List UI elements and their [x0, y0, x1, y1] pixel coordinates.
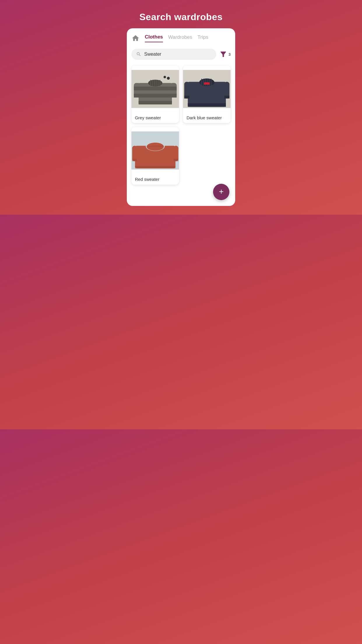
svg-rect-3 — [138, 94, 172, 97]
clothes-card-red-sweater[interactable]: Red sweater — [131, 127, 179, 185]
filter-button[interactable]: 3 — [219, 50, 231, 58]
clothes-card-image — [131, 127, 179, 174]
clothes-card-label: Grey sweater — [131, 112, 179, 123]
svg-rect-17 — [170, 87, 177, 90]
svg-rect-43 — [132, 159, 137, 161]
svg-rect-2 — [138, 87, 172, 90]
svg-rect-19 — [170, 94, 177, 97]
tab-trips[interactable]: Trips — [198, 34, 208, 42]
tab-clothes[interactable]: Clothes — [145, 34, 163, 42]
filter-icon — [219, 50, 227, 58]
svg-rect-18 — [134, 94, 140, 97]
home-icon — [131, 34, 140, 42]
filter-count: 3 — [229, 52, 231, 57]
dark-blue-sweater-image — [183, 66, 231, 112]
nav-tabs: Clothes Wardrobes Trips — [131, 34, 231, 43]
add-button[interactable]: + — [213, 184, 229, 200]
search-bar[interactable] — [131, 49, 216, 60]
clothes-card-dark-blue-sweater[interactable]: Dark blue sweater — [183, 66, 231, 123]
svg-point-13 — [164, 76, 166, 78]
clothes-card-label: Red sweater — [131, 174, 179, 185]
svg-rect-44 — [173, 159, 178, 161]
clothes-card-label: Dark blue sweater — [183, 112, 231, 123]
tab-wardrobes[interactable]: Wardrobes — [168, 34, 192, 42]
svg-rect-31 — [204, 82, 210, 85]
svg-rect-42 — [135, 166, 175, 168]
app-header: Search wardrobes — [121, 0, 241, 28]
add-icon: + — [219, 188, 224, 196]
search-input[interactable] — [144, 52, 212, 57]
red-sweater-image — [131, 127, 179, 174]
main-card: Clothes Wardrobes Trips 3 — [127, 28, 236, 206]
svg-point-41 — [146, 146, 164, 147]
clothes-card-grey-sweater[interactable]: Grey sweater — [131, 66, 179, 123]
svg-rect-16 — [134, 87, 140, 90]
svg-rect-32 — [188, 103, 226, 107]
svg-point-12 — [167, 77, 170, 80]
svg-rect-4 — [138, 101, 172, 104]
home-tab[interactable] — [131, 34, 140, 42]
search-icon — [136, 52, 141, 57]
clothes-grid: Grey sweater — [131, 66, 231, 185]
clothes-card-image — [131, 66, 179, 112]
grey-sweater-image — [131, 66, 179, 112]
page-title: Search wardrobes — [126, 12, 236, 22]
svg-rect-34 — [224, 96, 229, 99]
svg-rect-33 — [184, 96, 189, 99]
search-row: 3 — [131, 49, 231, 60]
clothes-card-image — [183, 66, 231, 112]
